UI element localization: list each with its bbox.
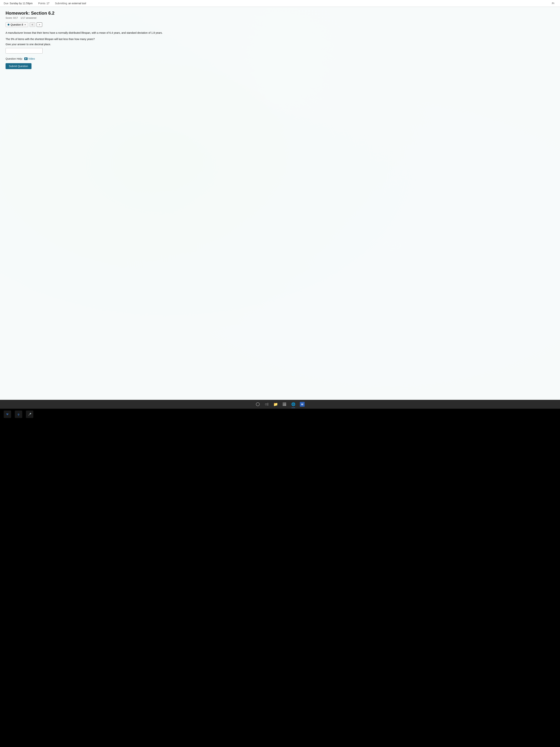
question-nav: Question 8 ▼ < >	[5, 22, 555, 27]
next-question-button[interactable]: >	[37, 22, 42, 27]
points-value: 17	[47, 2, 49, 5]
answer-instruction: Give your answer to one decimal place.	[5, 43, 555, 46]
dropdown-arrow-icon: ▼	[24, 24, 26, 26]
question-selector[interactable]: Question 8 ▼	[5, 22, 28, 27]
video-link[interactable]: Video	[24, 57, 35, 60]
question-text-1: A manufacturer knows that their items ha…	[5, 31, 555, 35]
search-button[interactable]	[255, 401, 261, 407]
pr-label: Pr	[552, 2, 555, 5]
submitting-label: Submitting	[55, 2, 67, 5]
bottom-icons-area: Ψ ψ 🎤	[0, 409, 560, 420]
submitting-section: Submitting an external tool	[55, 2, 86, 5]
video-label: Video	[28, 57, 35, 60]
question-label: Question 8	[10, 23, 23, 26]
word-button[interactable]: W	[299, 401, 305, 407]
question-text-2: The 9% of items with the shortest lifesp…	[5, 37, 555, 41]
help-label: Question Help:	[5, 57, 23, 60]
apps-button[interactable]	[282, 401, 287, 407]
folder-icon: 📁	[273, 402, 278, 407]
due-section: Due Sunday by 11:59pm	[4, 2, 33, 5]
bottom-icon-3: 🎤	[26, 411, 33, 418]
score-label: Score:	[5, 17, 12, 19]
taskbar: 📁 🌐 W	[0, 400, 560, 409]
answer-input[interactable]	[5, 48, 43, 54]
submit-question-button[interactable]: Submit Question	[5, 63, 31, 69]
score-line: Score: 0/17 1/17 answered	[5, 17, 555, 19]
due-label: Due	[4, 2, 8, 5]
file-explorer-button[interactable]: 📁	[273, 401, 278, 407]
due-value: Sunday by 11:59pm	[10, 2, 33, 5]
answered-value: 1/17 answered	[21, 17, 36, 19]
bottom-icon-2: ψ	[15, 411, 22, 418]
points-label: Points	[38, 2, 45, 5]
search-icon	[256, 403, 260, 406]
question-body: A manufacturer knows that their items ha…	[5, 31, 555, 54]
prev-question-button[interactable]: <	[30, 22, 35, 27]
edge-icon: 🌐	[291, 402, 295, 406]
score-value: 0/17	[13, 17, 18, 19]
black-area: Ψ ψ 🎤	[0, 409, 560, 747]
question-dot	[7, 24, 9, 26]
task-view-icon	[265, 403, 268, 406]
active-indicator	[292, 408, 295, 408]
edge-button[interactable]: 🌐	[290, 401, 296, 407]
grid-icon	[283, 403, 286, 406]
question-help: Question Help: Video	[5, 57, 555, 60]
word-icon: W	[300, 402, 304, 407]
submitting-value: an external tool	[68, 2, 86, 5]
video-icon	[24, 57, 28, 60]
task-view-button[interactable]	[264, 401, 270, 407]
points-section: Points 17	[38, 2, 49, 5]
bottom-icon-1: Ψ	[4, 411, 11, 418]
top-bar: Due Sunday by 11:59pm Points 17 Submitti…	[0, 0, 560, 7]
content-area: Homework: Section 6.2 Score: 0/17 1/17 a…	[0, 7, 560, 400]
homework-title: Homework: Section 6.2	[5, 10, 555, 16]
